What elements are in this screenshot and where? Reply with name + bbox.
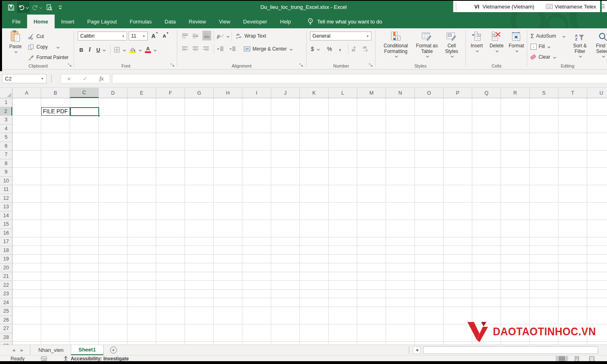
column-header-E[interactable]: E <box>127 88 156 98</box>
row-header-24[interactable]: 24 <box>0 298 12 307</box>
row-header-17[interactable]: 17 <box>0 237 12 246</box>
format-as-table-dropdown[interactable] <box>426 55 429 57</box>
row-header-6[interactable]: 6 <box>0 142 12 151</box>
format-dropdown[interactable] <box>516 49 518 52</box>
row-header-5[interactable]: 5 <box>0 133 12 142</box>
new-sheet-button[interactable]: + <box>110 347 117 353</box>
langbar-grip[interactable] <box>456 3 457 10</box>
conditional-formatting-button[interactable]: ≠ Conditional Formatting <box>378 31 414 57</box>
increase-font-button[interactable]: A▲ <box>151 32 155 40</box>
borders-dropdown[interactable] <box>123 48 126 51</box>
bold-button[interactable]: B <box>79 45 83 54</box>
cancel-entry-icon[interactable]: × <box>67 75 71 82</box>
sheet-nav-left-icon[interactable]: ◀ <box>12 348 15 352</box>
number-dialog-launcher[interactable] <box>369 63 373 68</box>
align-center-button[interactable] <box>192 44 199 53</box>
row-header-21[interactable]: 21 <box>0 272 12 281</box>
format-as-table-button[interactable]: Format as Table <box>414 31 439 57</box>
row-header-7[interactable]: 7 <box>0 150 12 159</box>
scroll-left-icon[interactable]: ◀ <box>413 346 421 354</box>
language-bar[interactable]: VI Vietnamese (Vietnam) Vietnamese Telex <box>453 1 600 12</box>
sheet-grid[interactable]: FILE PDF <box>13 98 607 345</box>
fill-color-button[interactable] <box>129 45 141 54</box>
comma-style-button[interactable]: , <box>339 44 341 53</box>
fill-handle[interactable] <box>98 114 100 117</box>
delete-cells-button[interactable]: Delete <box>487 31 506 52</box>
column-header-J[interactable]: J <box>271 88 300 98</box>
scrollbar-thumb[interactable] <box>423 346 598 354</box>
name-box-dropdown[interactable]: ▼ <box>41 77 44 80</box>
middle-align-button[interactable] <box>192 32 199 40</box>
language-code[interactable]: VI <box>474 4 479 10</box>
percent-style-button[interactable]: % <box>327 44 332 53</box>
row-header-23[interactable]: 23 <box>0 290 12 298</box>
increase-decimal-button[interactable]: ←0.00 <box>351 44 355 53</box>
column-header-I[interactable]: I <box>242 88 271 98</box>
column-header-K[interactable]: K <box>300 88 329 98</box>
row-header-22[interactable]: 22 <box>0 281 12 290</box>
merge-center-dropdown[interactable] <box>290 47 293 50</box>
column-header-O[interactable]: O <box>415 88 444 98</box>
row-header-26[interactable]: 26 <box>0 316 12 325</box>
ribbon-tab-home[interactable]: Home <box>27 15 55 28</box>
decrease-decimal-button[interactable]: .00→.0 <box>363 44 367 53</box>
column-header-D[interactable]: D <box>99 88 127 98</box>
autosum-dropdown[interactable] <box>562 34 565 37</box>
row-header-29[interactable]: 29 <box>0 342 12 345</box>
ribbon-tab-file[interactable]: File <box>6 15 27 28</box>
redo-dropdown[interactable] <box>39 6 42 8</box>
alignment-dialog-launcher[interactable] <box>299 63 304 68</box>
clipboard-dialog-launcher[interactable] <box>68 63 72 68</box>
langbar-overflow[interactable]: Ξ <box>602 1 607 12</box>
ribbon-tab-developer[interactable]: Developer <box>237 15 274 28</box>
copy-button[interactable]: Copy <box>28 42 59 51</box>
macro-record-button[interactable] <box>41 356 47 361</box>
font-family-combo[interactable]: Calibri▼ <box>78 32 127 40</box>
row-header-4[interactable]: 4 <box>0 125 12 133</box>
sheet-tab-Sheet1[interactable]: Sheet1 <box>71 345 104 355</box>
conditional-formatting-dropdown[interactable] <box>395 55 398 57</box>
ribbon-tab-insert[interactable]: Insert <box>55 15 81 28</box>
column-header-G[interactable]: G <box>185 88 214 98</box>
cell-styles-button[interactable]: Cell Styles <box>440 31 463 57</box>
format-painter-button[interactable]: Format Painter <box>28 53 68 62</box>
ribbon-tab-review[interactable]: Review <box>182 15 212 28</box>
row-header-9[interactable]: 9 <box>0 168 12 177</box>
fill-button[interactable]: ↓ Fill <box>531 42 550 51</box>
column-header-A[interactable]: A <box>13 88 41 98</box>
paste-dropdown[interactable] <box>15 50 17 53</box>
font-color-dropdown[interactable] <box>154 48 157 51</box>
row-header-12[interactable]: 12 <box>0 194 12 203</box>
orientation-button[interactable]: ab <box>217 32 229 40</box>
fill-color-dropdown[interactable] <box>139 48 142 51</box>
row-header-27[interactable]: 27 <box>0 324 12 333</box>
insert-dropdown[interactable] <box>476 49 479 52</box>
ribbon-tab-formulas[interactable]: Formulas <box>123 15 158 28</box>
wrap-text-button[interactable]: abc Wrap Text <box>236 32 266 40</box>
redo-button[interactable] <box>30 2 43 13</box>
sheet-nav-right-icon[interactable]: ▶ <box>21 348 23 352</box>
underline-button[interactable]: U <box>96 45 105 54</box>
ribbon-tab-data[interactable]: Data <box>158 15 182 28</box>
decrease-font-button[interactable]: A▼ <box>163 32 166 40</box>
accessibility-status[interactable]: Accessibility: Investigate <box>63 356 129 362</box>
accounting-dropdown[interactable] <box>317 47 320 50</box>
find-select-button[interactable]: Find & Select <box>591 31 607 57</box>
save-button[interactable] <box>6 2 16 13</box>
formula-bar-grip[interactable] <box>51 75 53 82</box>
font-color-button[interactable]: A <box>145 45 156 54</box>
selected-cell-C2[interactable] <box>70 107 99 116</box>
customize-qat-button[interactable] <box>55 2 66 13</box>
font-dialog-launcher[interactable] <box>170 63 175 68</box>
print-preview-button[interactable] <box>44 2 54 13</box>
column-header-T[interactable]: T <box>558 88 587 98</box>
column-header-P[interactable]: P <box>444 88 472 98</box>
column-header-R[interactable]: R <box>501 88 530 98</box>
column-header-N[interactable]: N <box>386 88 415 98</box>
borders-button[interactable] <box>113 45 125 54</box>
select-all-corner[interactable] <box>0 88 13 98</box>
italic-button[interactable]: I <box>89 45 91 54</box>
column-header-Q[interactable]: Q <box>472 88 501 98</box>
row-header-1[interactable]: 1 <box>0 98 12 107</box>
tell-me-box[interactable]: Tell me what you want to do <box>307 15 382 28</box>
